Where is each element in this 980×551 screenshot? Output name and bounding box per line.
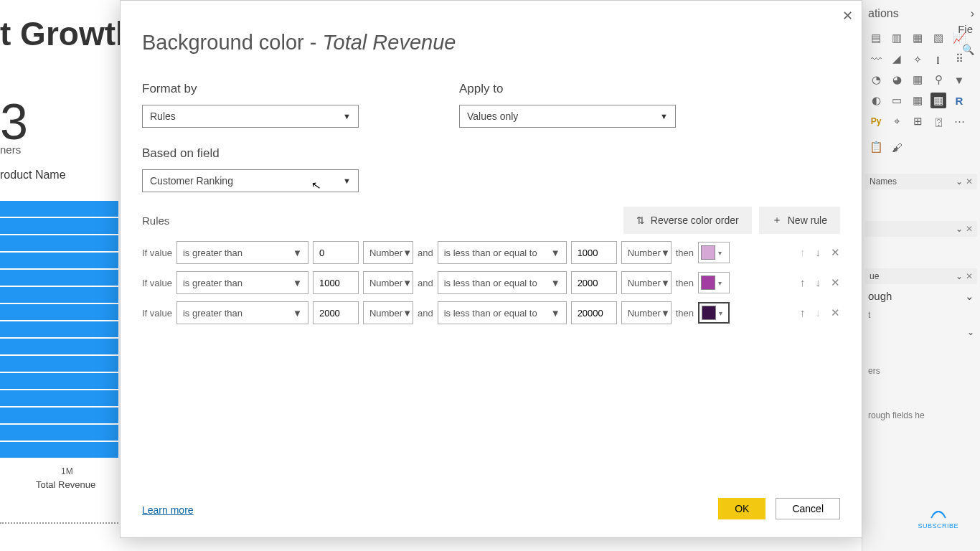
chevron-down-icon[interactable]: ⌄ — [965, 290, 974, 303]
remove-field-icon[interactable]: ✕ — [966, 224, 973, 234]
learn-more-link[interactable]: Learn more — [142, 504, 194, 516]
move-down-icon[interactable]: ↓ — [816, 246, 821, 259]
r-visual-icon[interactable]: R — [951, 93, 967, 108]
drill-item: ers — [862, 363, 980, 379]
operator2-select[interactable]: is less than or equal to▼ — [438, 271, 567, 294]
rule-row: If value is greater than▼ Number▼ and is… — [142, 271, 840, 294]
close-button[interactable]: ✕ — [842, 8, 853, 24]
chevron-down-icon[interactable]: ⌄ — [967, 327, 974, 337]
color-picker[interactable]: ▾ — [698, 242, 730, 263]
and-label: and — [418, 278, 433, 288]
search-icon[interactable]: 🔍 — [962, 43, 974, 56]
cancel-button[interactable]: Cancel — [776, 498, 840, 519]
reverse-color-order-button[interactable]: ⇅ Reverse color order — [623, 207, 752, 234]
stacked-column-icon[interactable]: ▦ — [910, 30, 925, 46]
py-visual-icon[interactable]: Py — [868, 113, 884, 129]
operator2-select[interactable]: is less than or equal to▼ — [438, 241, 567, 264]
key-influencers-icon[interactable]: ⌖ — [889, 113, 905, 129]
operator1-select[interactable]: is greater than▼ — [176, 301, 308, 324]
operator1-select[interactable]: is greater than▼ — [176, 271, 308, 294]
decomposition-icon[interactable]: ⊞ — [910, 113, 925, 129]
if-value-label: If value — [142, 308, 172, 319]
move-up-icon[interactable]: ↑ — [800, 276, 806, 289]
format-tab-icon[interactable]: 🖌 — [889, 139, 905, 155]
pie-icon[interactable]: ◔ — [868, 72, 884, 88]
color-picker[interactable]: ▾ — [698, 302, 730, 324]
move-down-icon[interactable]: ↓ — [816, 276, 821, 289]
gauge-icon[interactable]: ◐ — [868, 93, 884, 108]
visual-title: t Growtl — [0, 14, 125, 53]
table-icon[interactable]: ▦ — [910, 93, 925, 108]
fields-tab-icon[interactable]: 📋 — [868, 139, 884, 155]
rule-row: If value is greater than▼ Number▼ and is… — [142, 241, 840, 264]
ok-button[interactable]: OK — [718, 498, 765, 519]
field-well-item[interactable]: ⌄✕ — [865, 221, 977, 237]
if-value-label: If value — [142, 248, 172, 258]
then-label: then — [676, 278, 694, 288]
move-up-icon[interactable]: ↑ — [800, 306, 806, 319]
value2-input[interactable] — [571, 271, 617, 294]
type2-select[interactable]: Number▼ — [621, 241, 672, 264]
type1-select[interactable]: Number▼ — [363, 301, 413, 324]
and-label: and — [418, 248, 433, 258]
drill-item: t — [862, 307, 980, 323]
waterfall-icon[interactable]: ⫿ — [930, 51, 946, 67]
chevron-down-icon: ▾ — [718, 249, 722, 257]
type1-select[interactable]: Number▼ — [363, 271, 413, 294]
axis-tick: 1M — [61, 466, 73, 476]
donut-icon[interactable]: ◕ — [889, 72, 905, 88]
chevron-down-icon: ▼ — [343, 176, 351, 185]
format-panel-tabs: 📋 🖌 — [862, 136, 980, 158]
remove-field-icon[interactable]: ✕ — [966, 176, 973, 187]
chevron-right-icon[interactable]: › — [971, 7, 974, 20]
area-chart-icon[interactable]: 〰 — [868, 51, 884, 67]
remove-field-icon[interactable]: ✕ — [966, 271, 973, 281]
color-swatch — [701, 276, 715, 290]
chevron-down-icon[interactable]: ⌄ — [956, 224, 963, 234]
based-on-field-select[interactable]: Customer Ranking ▼ — [142, 169, 359, 192]
card-label: ners — [0, 143, 21, 156]
stacked-bar-icon[interactable]: ▤ — [868, 30, 884, 46]
operator2-select[interactable]: is less than or equal to▼ — [438, 301, 567, 324]
chevron-down-icon[interactable]: ⌄ — [956, 271, 963, 281]
color-swatch — [702, 306, 716, 320]
apply-to-select[interactable]: Values only ▼ — [459, 105, 676, 128]
field-well-item[interactable]: Names ⌄✕ — [865, 174, 977, 189]
rule-row: If value is greater than▼ Number▼ and is… — [142, 301, 840, 324]
value2-input[interactable] — [571, 241, 617, 264]
drillthrough-header: ough ⌄ — [862, 286, 980, 307]
type2-select[interactable]: Number▼ — [621, 271, 672, 294]
subscribe-watermark: SUBSCRIBE — [918, 505, 958, 529]
funnel-icon[interactable]: ▼ — [951, 72, 967, 88]
matrix-icon[interactable]: ▦ — [930, 93, 946, 108]
card-icon[interactable]: ▭ — [889, 93, 905, 108]
qna-icon[interactable]: ⍰ — [930, 113, 946, 129]
delete-rule-icon[interactable]: ✕ — [831, 276, 840, 289]
visualizations-pane: ations › Fie 🔍 ▤ ▥ ▦ ▧ 📈 〰 ◢ ⟡ ⫿ ⠿ ◔ ◕ ▦… — [862, 0, 980, 551]
value2-input[interactable] — [571, 301, 617, 324]
field-label: ue — [870, 271, 879, 281]
value1-input[interactable] — [313, 301, 359, 324]
color-picker[interactable]: ▾ — [698, 272, 730, 293]
type2-select[interactable]: Number▼ — [621, 301, 672, 324]
delete-rule-icon[interactable]: ✕ — [831, 246, 840, 259]
clustered-bar-icon[interactable]: ▥ — [889, 30, 905, 46]
value1-input[interactable] — [313, 241, 359, 264]
field-well-item[interactable]: ue ⌄✕ — [865, 268, 977, 284]
treemap-icon[interactable]: ▦ — [910, 72, 925, 88]
value1-input[interactable] — [313, 271, 359, 294]
new-rule-button[interactable]: ＋ New rule — [759, 207, 840, 234]
more-visuals-icon[interactable]: ⋯ — [951, 113, 967, 129]
color-swatch — [701, 245, 715, 260]
chevron-down-icon[interactable]: ⌄ — [956, 176, 963, 187]
stacked-area-icon[interactable]: ◢ — [889, 51, 905, 67]
map-icon[interactable]: ⚲ — [930, 72, 946, 88]
delete-rule-icon[interactable]: ✕ — [831, 306, 840, 319]
clustered-column-icon[interactable]: ▧ — [930, 30, 946, 46]
ribbon-chart-icon[interactable]: ⟡ — [910, 51, 925, 67]
format-by-select[interactable]: Rules ▼ — [142, 105, 359, 128]
operator1-select[interactable]: is greater than▼ — [176, 241, 308, 264]
chevron-down-icon: ▼ — [343, 112, 351, 121]
type1-select[interactable]: Number▼ — [363, 241, 413, 264]
field-label: Names — [870, 176, 897, 187]
